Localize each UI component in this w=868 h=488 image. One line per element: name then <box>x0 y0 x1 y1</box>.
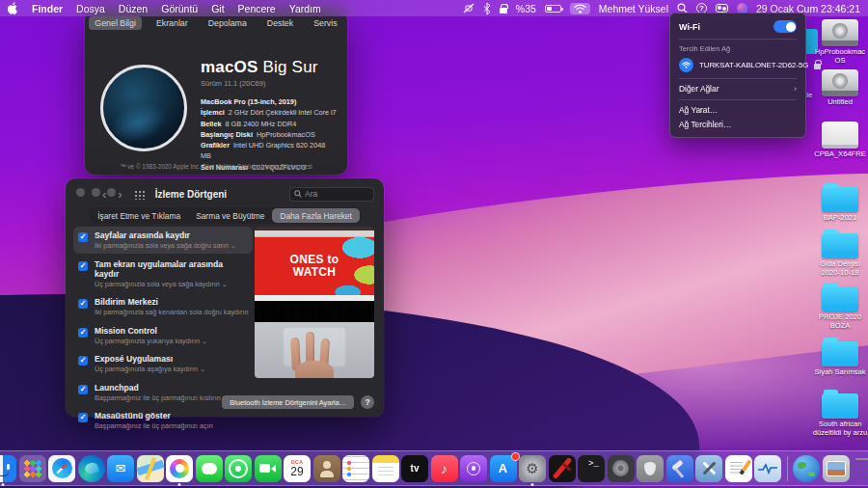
secured-network-lock-icon <box>814 64 821 69</box>
utility-tools-app-icon[interactable] <box>695 455 722 482</box>
create-network-item[interactable]: Ağ Yarat… <box>679 105 797 115</box>
desktop-icon-south-african[interactable]: South african düzeltildi by arzu <box>812 390 868 437</box>
spec-row-cpu: İşlemci2 GHz Dört Çekirdekli Intel Core … <box>201 107 338 118</box>
textedit-icon[interactable] <box>725 455 752 482</box>
gesture-subtitle-select[interactable]: İki parmağınızla sola veya sağa doğru sa… <box>95 241 249 250</box>
tab-scroll-zoom[interactable]: Sarma ve Büyütme <box>188 208 272 223</box>
launchpad-icon[interactable] <box>19 455 46 482</box>
gesture-row-swipe-pages[interactable]: ✓ Sayfalar arasında kaydır İki parmağını… <box>73 227 253 254</box>
messages-icon[interactable] <box>196 455 223 482</box>
gesture-subtitle-select[interactable]: Üç parmağınızla sola veya sağa kaydırın … <box>95 280 249 288</box>
maps-icon[interactable] <box>137 455 164 482</box>
gesture-row-show-desktop[interactable]: ✓ Masaüstünü göster Başparmağınız ile üç… <box>73 407 253 434</box>
music-icon[interactable]: ♪ <box>431 455 458 482</box>
activity-monitor-icon[interactable] <box>754 455 781 482</box>
podcasts-icon[interactable] <box>460 455 487 482</box>
menu-dosya[interactable]: Dosya <box>76 3 105 14</box>
desktop-icon-siyah-sarimsak[interactable]: Siyah Sarımsak <box>812 338 868 377</box>
desktop-icon-label: South african düzeltildi by arzu <box>812 420 868 437</box>
checkbox-checked[interactable]: ✓ <box>78 232 88 242</box>
bluetooth-icon[interactable] <box>483 3 491 14</box>
desktop-icon-hpprobookmacos[interactable]: HpProbookmacOS <box>812 19 868 65</box>
tab-depolama[interactable]: Depolama <box>203 16 253 30</box>
show-all-grid-icon[interactable] <box>134 190 146 200</box>
menu-git[interactable]: Git <box>211 3 224 14</box>
finder-icon[interactable] <box>0 455 16 482</box>
checkbox-checked[interactable]: ✓ <box>78 328 88 338</box>
facetime-icon[interactable] <box>255 455 282 482</box>
lock-icon[interactable] <box>500 4 507 14</box>
tab-point-click[interactable]: İşaret Etme ve Tıklama <box>90 208 188 223</box>
macos-artwork-image <box>100 65 187 151</box>
running-indicator <box>2 483 5 486</box>
tab-ekranlar[interactable]: Ekranlar <box>150 16 194 30</box>
checkbox-checked[interactable]: ✓ <box>78 261 88 271</box>
demo-keyboard <box>255 301 374 322</box>
globe-app-icon[interactable] <box>793 455 820 482</box>
help-button[interactable]: ? <box>361 395 374 409</box>
app-store-icon[interactable]: A <box>490 455 517 482</box>
battery-icon[interactable] <box>545 5 561 13</box>
gesture-row-expose[interactable]: ✓ Exposé Uygulaması Üç parmağınızla aşağ… <box>73 350 253 377</box>
other-networks-item[interactable]: Diğer Ağlar › <box>679 84 797 94</box>
gesture-subtitle-select[interactable]: Üç parmağınızla aşağıya kaydırın ⌄ <box>95 365 249 373</box>
tab-more-gestures[interactable]: Daha Fazla Hareket <box>272 208 359 223</box>
desktop-icon-gida-dergisi[interactable]: Gıda Dergisi 2020-10-18 <box>812 230 868 277</box>
network-row[interactable]: TURKSAT-KABLONET-2D62-5G <box>679 58 797 72</box>
network-preferences-item[interactable]: Ağ Tercihleri… <box>679 120 797 129</box>
terminal-icon[interactable]: >_ <box>578 455 605 482</box>
gesture-subtitle-select[interactable]: Üç parmağınızla yukarıya kaydırın ⌄ <box>95 337 249 345</box>
menu-yardim[interactable]: Yardım <box>289 3 321 14</box>
disc-utility-app-icon[interactable] <box>608 455 635 482</box>
photos-icon[interactable] <box>166 455 193 482</box>
checkbox-checked[interactable]: ✓ <box>78 413 88 422</box>
menu-pencere[interactable]: Pencere <box>238 3 276 14</box>
reminders-icon[interactable] <box>342 455 369 482</box>
desktop-icon-proje-2020-boza[interactable]: PROJE 2020 BOZA <box>812 283 868 330</box>
downloads-stack-icon[interactable] <box>823 455 850 482</box>
menu-finder[interactable]: Finder <box>32 3 63 14</box>
search-field[interactable] <box>289 187 374 202</box>
desktop-icon-untitled[interactable]: Untitled <box>812 69 868 107</box>
crest-app-icon[interactable] <box>637 455 664 482</box>
slashed-status-icon[interactable] <box>463 3 475 14</box>
mail-icon[interactable]: ✉ <box>107 455 134 482</box>
gesture-row-swipe-fullscreen-apps[interactable]: ✓ Tam ekran uygulamalar arasında kaydır … <box>73 256 253 292</box>
notes-icon[interactable] <box>372 455 399 482</box>
wifi-icon[interactable] <box>570 3 590 14</box>
setup-bluetooth-trackpad-button[interactable]: Bluetooth İzleme Dörtgenini Ayarla… <box>222 395 354 409</box>
checkbox-checked[interactable]: ✓ <box>78 385 88 394</box>
calendar-icon[interactable]: OCA 29 <box>284 455 311 482</box>
control-center-icon[interactable] <box>716 4 728 13</box>
tab-genel-bilgi[interactable]: Genel Bilgi <box>89 16 142 30</box>
gesture-row-mission-control[interactable]: ✓ Mission Control Üç parmağınızla yukarı… <box>73 322 253 349</box>
menu-duzen[interactable]: Düzen <box>119 3 148 14</box>
contacts-icon[interactable] <box>313 455 340 482</box>
network-name: TURKSAT-KABLONET-2D62-5G <box>699 61 808 69</box>
gesture-row-notification-center[interactable]: ✓ Bildirim Merkezi İki parmağınızla sağ … <box>73 293 253 320</box>
trash-icon[interactable] <box>852 455 868 482</box>
tab-servis[interactable]: Servis <box>308 16 342 30</box>
wifi-menu-title: Wi-Fi <box>679 22 700 32</box>
safari-icon[interactable] <box>48 455 75 482</box>
search-icon <box>294 190 302 198</box>
black-red-app-icon[interactable] <box>549 455 576 482</box>
checkbox-checked[interactable]: ✓ <box>78 299 88 309</box>
user-name[interactable]: Mehmet Yüksel <box>599 3 668 14</box>
checkbox-checked[interactable]: ✓ <box>78 356 88 366</box>
apple-tv-icon[interactable]: tv <box>401 455 428 482</box>
system-preferences-icon[interactable]: ⚙ <box>519 455 546 482</box>
apple-menu-icon[interactable] <box>8 2 18 14</box>
desktop-icon-bap-2021[interactable]: BAP-2021 <box>812 183 868 223</box>
gesture-title: Launchpad <box>95 383 249 393</box>
back-chevron-icon[interactable]: ‹ <box>102 188 106 201</box>
whatsapp-icon[interactable] <box>225 455 252 482</box>
edge-browser-icon[interactable] <box>78 455 105 482</box>
forward-chevron-icon[interactable]: › <box>118 188 122 201</box>
tab-destek[interactable]: Destek <box>261 16 299 30</box>
menu-goruntu[interactable]: Görüntü <box>161 3 198 14</box>
build-tool-app-icon[interactable] <box>666 455 693 482</box>
desktop-icon-cpba[interactable]: CPBA_X64FRE <box>812 122 868 159</box>
search-input[interactable] <box>305 189 363 199</box>
wifi-toggle[interactable] <box>773 20 797 33</box>
